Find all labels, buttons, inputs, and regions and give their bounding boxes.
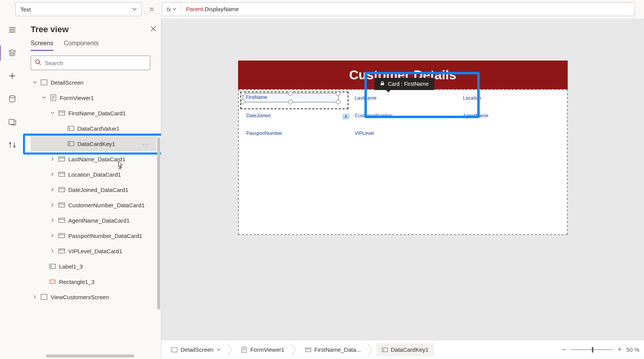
data-icon[interactable] — [5, 93, 20, 104]
crumb-label: FormViewer1 — [250, 346, 284, 353]
svg-rect-11 — [59, 203, 65, 207]
tree-item-formviewer[interactable]: FormViewer1 — [31, 90, 156, 105]
tree-tabs: Screens Components — [31, 40, 156, 51]
media-icon[interactable] — [5, 116, 20, 127]
card-icon — [58, 110, 65, 116]
svg-rect-1 — [9, 120, 14, 125]
tree-item-label: VIPLevel_DataCard1 — [68, 248, 122, 254]
breadcrumb-separator — [227, 343, 234, 356]
datacard-passportnumber[interactable]: PassportNumber — [240, 127, 349, 144]
close-icon[interactable] — [150, 26, 156, 34]
svg-rect-15 — [49, 264, 56, 268]
chevron-down-icon — [132, 6, 137, 13]
datacard-lastname[interactable]: LastName — [348, 92, 457, 109]
resize-handle[interactable] — [241, 91, 245, 96]
insert-icon[interactable] — [5, 70, 20, 81]
tree-item-label: FormViewer1 — [60, 95, 94, 101]
formula-token-parent: Parent — [186, 6, 203, 12]
formula-input-container[interactable]: fx Parent.DisplayName — [162, 2, 635, 16]
zoom-out-button[interactable]: − — [562, 345, 567, 354]
tree-item-label: DataCardKey1 — [77, 141, 115, 147]
tree-item-firstname-card[interactable]: FirstName_DataCard1 — [31, 105, 156, 121]
chevron-right-icon — [50, 157, 55, 161]
property-selector[interactable]: Text — [15, 2, 142, 16]
tab-components[interactable]: Components — [64, 40, 99, 51]
crumb-card[interactable]: FirstName_Data... — [300, 343, 366, 356]
tree-item-detailscreen[interactable]: DetailScreen — [31, 75, 156, 90]
svg-rect-6 — [68, 126, 74, 130]
tab-screens[interactable]: Screens — [31, 40, 53, 51]
tree-item-passport-card[interactable]: PassportNumber_DataCard1 — [31, 228, 156, 243]
tree-item-label1[interactable]: Label1_3 — [31, 259, 156, 274]
resize-handle[interactable] — [336, 91, 340, 96]
tree-item-viewcustomers[interactable]: ViewCustomersScreen — [31, 289, 156, 305]
chevron-down-icon — [32, 80, 38, 84]
hamburger-icon[interactable] — [5, 25, 20, 35]
zoom-controls: − + 50 % — [562, 345, 639, 354]
chevron-down-icon — [50, 111, 55, 115]
tree-item-location-card[interactable]: Location_DataCard1 — [31, 167, 156, 182]
svg-rect-13 — [59, 233, 65, 238]
tree-item-customernumber-card[interactable]: CustomerNumber_DataCard1 — [31, 197, 156, 213]
datacard-datejoined[interactable]: DateJoined — [240, 109, 349, 127]
resize-handle[interactable] — [336, 100, 340, 104]
zoom-percent: 50 % — [626, 346, 639, 353]
chevron-right-icon — [50, 234, 55, 238]
label-selection-box[interactable]: FirstName — [243, 93, 338, 102]
search-input-container[interactable] — [31, 56, 150, 70]
breadcrumb-bar: DetailScreen FormViewer1 FirstName_Data.… — [161, 340, 644, 359]
crumb-screen[interactable]: DetailScreen — [166, 343, 226, 356]
settings-icon[interactable] — [5, 139, 20, 150]
tree-item-label: CustomerNumber_DataCard1 — [68, 202, 145, 208]
tree-item-rectangle[interactable]: Rectangle1_3 — [31, 274, 156, 289]
crumb-key[interactable]: DataCardKey1 — [376, 343, 434, 356]
breadcrumb-separator — [368, 343, 375, 356]
selection-tooltip: Card : FirstName — [375, 78, 434, 90]
chevron-down-icon — [41, 96, 47, 100]
tree-item-agentname-card[interactable]: AgentName_DataCard1 — [31, 213, 156, 228]
tree-item-lastname-card[interactable]: LastName_DataCard1 — [31, 151, 156, 167]
card-icon — [58, 217, 65, 224]
equals-label: = — [146, 5, 157, 14]
zoom-thumb[interactable] — [592, 347, 593, 352]
field-label: FirstName — [246, 95, 267, 100]
card-icon — [58, 248, 65, 254]
datacard-customernumber[interactable]: CustomerNumber — [348, 109, 457, 127]
search-input[interactable] — [45, 60, 146, 66]
screen-icon — [171, 347, 177, 353]
svg-point-0 — [10, 96, 15, 98]
field-label: Location — [463, 95, 481, 101]
tree-item-datejoined-card[interactable]: DateJoined_DataCard1 — [31, 182, 156, 197]
tree-item-datacardvalue[interactable]: DataCardValue1 — [31, 121, 156, 136]
svg-rect-8 — [59, 157, 65, 161]
tree-title: Tree view — [31, 25, 69, 34]
scrollbar-vertical[interactable] — [157, 137, 160, 310]
label-icon — [49, 263, 56, 270]
tree-list: DetailScreen FormViewer1 FirstName_DataC… — [31, 75, 156, 305]
resize-handle[interactable] — [288, 91, 293, 96]
scrollbar-horizontal[interactable] — [46, 354, 134, 357]
formula-text[interactable]: Parent.DisplayName — [181, 6, 243, 13]
crumb-label: DataCardKey1 — [391, 346, 429, 353]
resize-handle[interactable] — [241, 100, 245, 104]
datacard-location[interactable]: Location — [457, 92, 565, 109]
fx-icon[interactable]: fx — [162, 3, 182, 16]
crumb-form[interactable]: FormViewer1 — [236, 343, 290, 356]
zoom-in-button[interactable]: + — [618, 346, 622, 354]
zoom-slider[interactable] — [571, 349, 613, 350]
datacard-firstname[interactable]: FirstName A — [240, 92, 349, 109]
tree-view-icon[interactable] — [5, 48, 20, 58]
resize-handle[interactable] — [288, 100, 293, 104]
datacard-viplevel[interactable]: VIPLevel — [348, 127, 457, 144]
datacard-empty — [457, 127, 565, 144]
tree-item-datacardkey[interactable]: DataCardKey1 ··· — [31, 136, 156, 151]
property-selector-value: Text — [20, 6, 31, 13]
field-label: VIPLevel — [355, 131, 374, 136]
svg-rect-12 — [59, 218, 65, 222]
canvas-inner[interactable]: Card : FirstName Customer Details — [161, 18, 644, 340]
more-icon[interactable]: ··· — [142, 141, 150, 147]
search-icon — [35, 59, 41, 67]
tree-item-viplevel-card[interactable]: VIPLevel_DataCard1 — [31, 243, 156, 259]
form-viewer[interactable]: FirstName A LastName Location DateJoined… — [238, 89, 568, 235]
datacard-agentname[interactable]: AgentName — [457, 109, 565, 127]
